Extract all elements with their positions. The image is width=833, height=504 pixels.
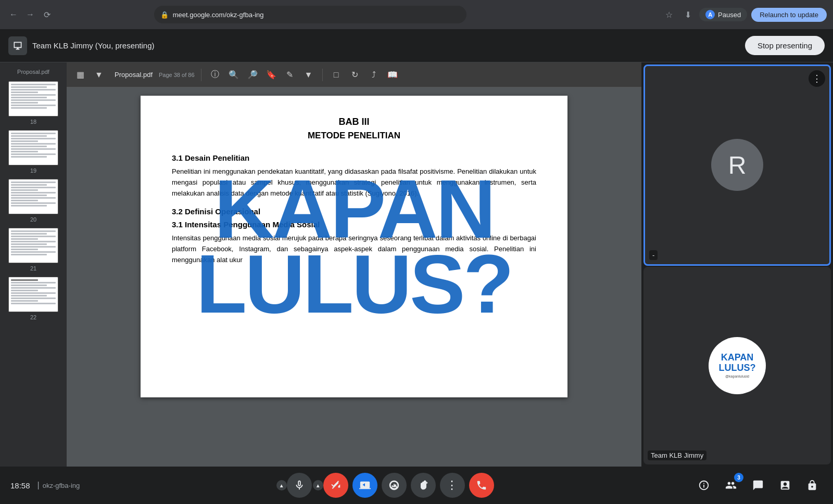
meeting-title: Team KLB Jimmy (You, presenting) bbox=[32, 41, 155, 50]
avatar-r: R bbox=[711, 139, 763, 191]
participant-name-r: - bbox=[649, 250, 658, 260]
browser-chrome: ← → ⟳ 🔒 meet.google.com/okz-gfba-ing ☆ ⬇… bbox=[0, 0, 833, 29]
video-sidebar: ⋮ R - KAPANLULUS? @kapanlulusid Team KLB… bbox=[641, 62, 833, 467]
back-button[interactable]: ← bbox=[6, 7, 21, 22]
presenting-icon-wrap bbox=[8, 36, 27, 55]
thumbnail-20[interactable]: 20 bbox=[0, 177, 67, 226]
thumb-num-19: 19 bbox=[0, 167, 67, 174]
share-screen-button[interactable] bbox=[352, 473, 377, 498]
stop-presenting-button[interactable]: Stop presenting bbox=[745, 36, 825, 55]
lock-button[interactable] bbox=[802, 475, 823, 496]
paused-label: Paused bbox=[718, 11, 741, 19]
cam-control-wrap: ▲ bbox=[316, 473, 348, 498]
pdf-crop[interactable]: □ bbox=[329, 68, 344, 82]
cam-button[interactable] bbox=[323, 473, 348, 498]
participant-count-badge: 3 bbox=[734, 473, 743, 482]
browser-actions: ☆ ⬇ A Paused Relaunch to update bbox=[662, 7, 827, 22]
pdf-section-2-title: 3.2 Definisi Operasional bbox=[172, 207, 536, 216]
thumb-num-18: 18 bbox=[0, 119, 67, 125]
relaunch-button[interactable]: Relaunch to update bbox=[751, 8, 827, 22]
pdf-zoom-out[interactable]: 🔍 bbox=[226, 68, 241, 82]
pdf-section-3-text: Intensitas penggunaan media sosial meruj… bbox=[172, 233, 536, 265]
thumbnail-19[interactable]: 19 bbox=[0, 128, 67, 177]
kapan-lulus-logo: KAPANLULUS? @kapanlulusid bbox=[709, 337, 766, 394]
present-icon bbox=[12, 41, 23, 51]
reload-button[interactable]: ⟳ bbox=[40, 7, 54, 22]
pdf-zoom-in[interactable]: 🔎 bbox=[245, 68, 260, 82]
participant-name-team-klb: Team KLB Jimmy bbox=[648, 450, 706, 460]
pdf-draw[interactable]: ✎ bbox=[283, 68, 297, 82]
main-content: Proposal.pdf 18 bbox=[0, 62, 833, 467]
cam-chevron[interactable]: ▲ bbox=[313, 480, 323, 490]
kl-logo-text: KAPANLULUS? bbox=[719, 353, 756, 373]
thumbnail-18[interactable]: 18 bbox=[0, 79, 67, 128]
download-button[interactable]: ⬇ bbox=[680, 7, 695, 22]
mic-button[interactable] bbox=[287, 473, 312, 498]
paused-dot: A bbox=[705, 10, 715, 19]
pdf-present[interactable]: 📖 bbox=[385, 68, 400, 82]
pdf-panel-chevron[interactable]: ▼ bbox=[92, 68, 106, 82]
pdf-viewer: ▦ ▼ Proposal.pdf Page 38 of 86 ⓘ 🔍 🔎 🔖 ✎… bbox=[67, 62, 641, 467]
raise-hand-button[interactable] bbox=[411, 473, 436, 498]
end-call-button[interactable] bbox=[469, 473, 494, 498]
info-button[interactable] bbox=[693, 475, 714, 496]
pdf-page: BAB III METODE PENELITIAN 3.1 Desain Pen… bbox=[141, 96, 567, 397]
pdf-toolbar: ▦ ▼ Proposal.pdf Page 38 of 86 ⓘ 🔍 🔎 🔖 ✎… bbox=[67, 62, 641, 87]
separator: | bbox=[37, 481, 40, 490]
activities-button[interactable] bbox=[775, 475, 796, 496]
meeting-code: okz-gfba-ing bbox=[43, 482, 80, 489]
video-tile-more-button-r[interactable]: ⋮ bbox=[809, 70, 825, 87]
pdf-rotate[interactable]: ↻ bbox=[348, 68, 362, 82]
pdf-panel-toggle[interactable]: ▦ bbox=[73, 68, 87, 82]
thumbnail-22[interactable]: 22 bbox=[0, 275, 67, 324]
thumb-num-21: 21 bbox=[0, 265, 67, 272]
time-display: 18:58 bbox=[10, 481, 30, 490]
bottom-right-actions: 3 bbox=[693, 475, 823, 496]
thumb-num-22: 22 bbox=[0, 314, 67, 320]
bottom-controls: ▲ ▲ ⋮ bbox=[280, 473, 494, 498]
video-tile-team-klb: KAPANLULUS? @kapanlulusid Team KLB Jimmy bbox=[643, 267, 831, 465]
pdf-page-info: Page 38 of 86 bbox=[159, 72, 195, 78]
forward-button[interactable]: → bbox=[23, 7, 37, 22]
pdf-bookmark[interactable]: 🔖 bbox=[264, 68, 279, 82]
bookmark-button[interactable]: ☆ bbox=[662, 7, 676, 22]
mic-control-wrap: ▲ bbox=[280, 473, 312, 498]
nav-buttons: ← → ⟳ bbox=[6, 7, 54, 22]
toolbar-divider-2 bbox=[322, 69, 323, 81]
more-options-button[interactable]: ⋮ bbox=[440, 473, 465, 498]
bottom-bar: 18:58 | okz-gfba-ing ▲ ▲ bbox=[0, 467, 833, 504]
pdf-chapter-subtitle: METODE PENELITIAN bbox=[172, 131, 536, 141]
pdf-draw-chevron[interactable]: ▼ bbox=[301, 68, 316, 82]
pdf-section-3-title: 3.1 Intensitas Penggunaan Media Sosial bbox=[172, 220, 536, 229]
emoji-button[interactable] bbox=[382, 473, 407, 498]
address-bar[interactable]: 🔒 meet.google.com/okz-gfba-ing bbox=[154, 6, 466, 23]
kl-logo-sub: @kapanlulusid bbox=[725, 374, 749, 378]
toolbar-divider-1 bbox=[201, 69, 201, 81]
pdf-section-1-text: Penelitian ini menggunakan pendekatan ku… bbox=[172, 166, 536, 199]
people-button-wrap: 3 bbox=[721, 475, 741, 496]
pdf-sidebar: Proposal.pdf 18 bbox=[0, 62, 67, 467]
pdf-sidebar-title: Proposal.pdf bbox=[0, 67, 67, 79]
meet-topbar: Team KLB Jimmy (You, presenting) Stop pr… bbox=[0, 29, 833, 62]
video-tile-participant-r: ⋮ R - bbox=[643, 64, 831, 266]
url-text: meet.google.com/okz-gfba-ing bbox=[173, 11, 264, 19]
pdf-filename: Proposal.pdf bbox=[115, 71, 153, 79]
chat-button[interactable] bbox=[748, 475, 768, 496]
pdf-info-btn[interactable]: ⓘ bbox=[208, 68, 222, 82]
pdf-share-doc[interactable]: ⤴ bbox=[367, 68, 381, 82]
pdf-section-1-title: 3.1 Desain Penelitian bbox=[172, 153, 536, 162]
mic-chevron[interactable]: ▲ bbox=[276, 480, 287, 490]
thumbnail-21[interactable]: 21 bbox=[0, 226, 67, 275]
pdf-content: BAB III METODE PENELITIAN 3.1 Desain Pen… bbox=[67, 87, 641, 467]
pdf-chapter-title: BAB III bbox=[172, 117, 536, 127]
paused-badge: A Paused bbox=[699, 8, 747, 21]
lock-icon: 🔒 bbox=[160, 11, 169, 19]
thumb-num-20: 20 bbox=[0, 216, 67, 223]
